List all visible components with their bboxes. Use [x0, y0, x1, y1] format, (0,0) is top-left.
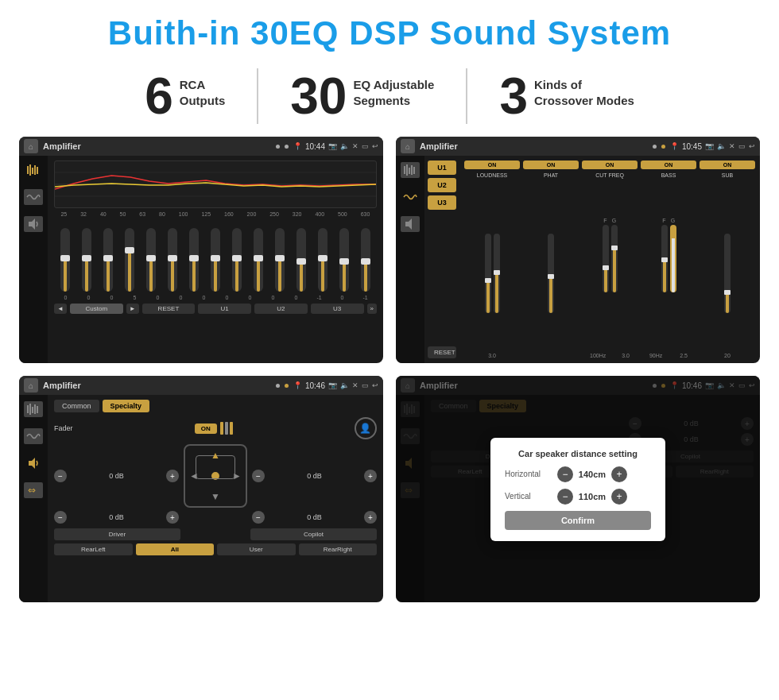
freq-630: 630 [361, 211, 370, 217]
close-icon-2: ✕ [729, 142, 735, 150]
more-button[interactable]: » [367, 304, 377, 314]
vol-left-bot-plus[interactable]: + [166, 511, 179, 524]
slider-5[interactable] [146, 228, 156, 292]
slider-13[interactable] [318, 228, 327, 292]
cutfreq-on[interactable]: ON [582, 160, 638, 169]
val-13: 0 [338, 295, 347, 300]
wave-icon-2[interactable] [401, 189, 420, 205]
preset-u3[interactable]: U3 [428, 195, 456, 210]
eq-icon-3[interactable] [24, 401, 43, 417]
slider-8[interactable] [211, 228, 220, 292]
custom-button[interactable]: Custom [70, 304, 123, 314]
stat-text-eq-line1: EQ Adjustable [353, 77, 434, 93]
home-icon-2[interactable]: ⌂ [401, 139, 415, 153]
tab-common[interactable]: Common [54, 400, 99, 412]
rearright-btn[interactable]: RearRight [299, 543, 378, 555]
preset-u2[interactable]: U2 [428, 178, 456, 192]
all-btn[interactable]: All [136, 543, 215, 555]
slider-4[interactable] [125, 228, 134, 292]
eq-sidebar [19, 156, 48, 363]
slider-9[interactable] [232, 228, 242, 292]
u2-button[interactable]: U2 [254, 304, 308, 314]
volume-icon-2: 🔈 [717, 142, 726, 150]
fader-on-button[interactable]: ON [195, 423, 217, 434]
eq-icon-2[interactable] [401, 162, 420, 178]
eq-sliders[interactable] [54, 220, 377, 292]
vertical-minus[interactable]: − [557, 489, 573, 505]
slider-1[interactable] [60, 228, 70, 292]
cross-sidebar [396, 156, 424, 363]
vol-left-top-plus[interactable]: + [166, 470, 179, 482]
prev-button[interactable]: ◄ [54, 304, 67, 314]
slider-2[interactable] [82, 228, 91, 292]
vol-left-bot-value: 0 dB [69, 513, 164, 521]
wave-icon-3[interactable] [24, 428, 43, 444]
reset-btn-cross[interactable]: RESET [428, 346, 456, 358]
screens-grid: ⌂ Amplifier 📍 10:44 📷 🔈 ✕ ▭ ↩ [0, 137, 779, 602]
driver-btn[interactable]: Driver [54, 528, 180, 540]
horizontal-plus[interactable]: + [611, 466, 627, 482]
slider-14[interactable] [339, 228, 349, 292]
home-icon-3[interactable]: ⌂ [24, 378, 38, 393]
camera-icon: 📷 [328, 142, 337, 150]
slider-10[interactable] [254, 228, 263, 292]
bottom-buttons: Driver Copilot [54, 528, 377, 540]
fader-sidebar: ⇔ [19, 395, 48, 602]
vol-right-top: − 0 dB + [252, 470, 377, 482]
val-1: 0 [61, 295, 71, 300]
vol-left-top-minus[interactable]: − [54, 470, 67, 482]
vertical-plus[interactable]: + [611, 489, 627, 505]
eq-screen-content: 25 32 40 50 63 80 100 125 160 200 250 32… [19, 156, 383, 363]
bass-on[interactable]: ON [641, 160, 696, 169]
freq-32: 32 [80, 211, 87, 217]
wave-icon[interactable] [24, 189, 43, 205]
confirm-button[interactable]: Confirm [505, 511, 651, 530]
svg-rect-16 [29, 404, 31, 415]
speaker-icon-2[interactable] [401, 216, 420, 232]
rearleft-btn[interactable]: RearLeft [54, 543, 133, 555]
header: Buith-in 30EQ DSP Sound System [0, 0, 779, 60]
next-button[interactable]: ► [126, 304, 139, 314]
eq-icon[interactable] [24, 162, 43, 178]
vol-right-bot-value: 0 dB [267, 513, 362, 521]
freq-400: 400 [315, 211, 324, 217]
u1-button[interactable]: U1 [198, 304, 251, 314]
vol-right-top-minus[interactable]: − [252, 470, 265, 482]
speaker-icon-3[interactable] [24, 455, 43, 471]
sub-on[interactable]: ON [700, 160, 755, 169]
vol-right-top-plus[interactable]: + [364, 470, 377, 482]
arrows-icon[interactable]: ⇔ [24, 482, 43, 498]
preset-u1[interactable]: U1 [428, 160, 456, 175]
copilot-btn[interactable]: Copilot [250, 528, 377, 540]
slider-7[interactable] [189, 228, 199, 292]
val-11: 0 [292, 295, 301, 300]
volume-icon-3: 🔈 [340, 381, 349, 389]
tab-specialty[interactable]: Specialty [103, 400, 150, 412]
dialog-overlay: Car speaker distance setting Horizontal … [396, 376, 760, 602]
u3-button[interactable]: U3 [311, 304, 364, 314]
reset-button[interactable]: RESET [142, 304, 196, 314]
slider-6[interactable] [168, 228, 177, 292]
freq-160: 160 [224, 211, 234, 217]
slider-11[interactable] [275, 228, 285, 292]
vol-right-bot-plus[interactable]: + [364, 511, 377, 524]
vol-left-bot-minus[interactable]: − [54, 511, 67, 524]
phat-on[interactable]: ON [523, 160, 579, 169]
stat-text-crossover-line1: Kinds of [534, 77, 634, 93]
user-btn[interactable]: User [217, 543, 296, 555]
speaker-icon[interactable] [24, 216, 43, 232]
slider-15[interactable] [361, 228, 370, 292]
freq-200: 200 [247, 211, 257, 217]
close-icon: ✕ [352, 142, 358, 150]
svg-rect-12 [411, 165, 413, 175]
val-12: -1 [315, 295, 324, 300]
status-bar-cross: ⌂ Amplifier 📍 10:45 📷 🔈 ✕ ▭ ↩ [396, 137, 760, 156]
svg-rect-1 [29, 164, 31, 176]
loudness-on[interactable]: ON [464, 160, 520, 169]
home-icon[interactable]: ⌂ [24, 139, 38, 153]
horizontal-minus[interactable]: − [557, 466, 573, 482]
slider-3[interactable] [103, 228, 113, 292]
slider-12[interactable] [296, 228, 306, 292]
svg-rect-9 [404, 166, 405, 174]
vol-right-bot-minus[interactable]: − [252, 511, 265, 524]
